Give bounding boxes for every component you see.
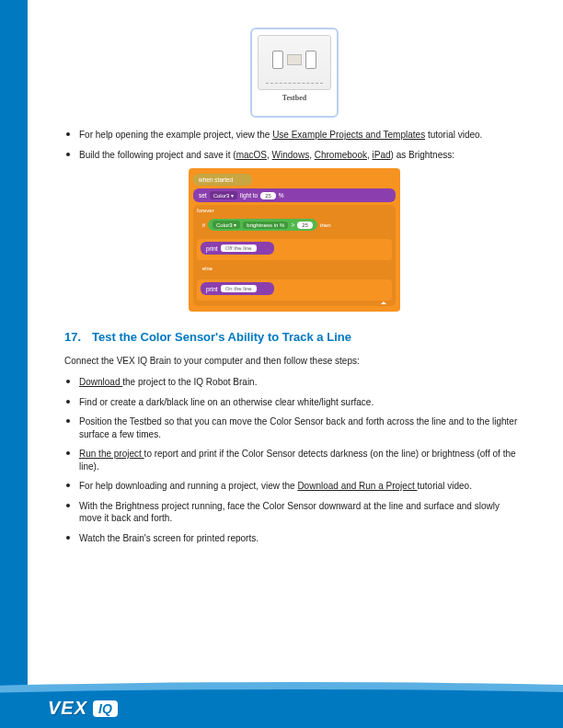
text: ) as Brightness: (391, 150, 454, 160)
bullet-item: For help downloading and running a proje… (64, 480, 524, 493)
bullet-item: Build the following project and save it … (64, 149, 524, 162)
bullet-item: For help opening the example project, vi… (64, 129, 524, 142)
bullet-item: Position the Testbed so that you can mov… (64, 415, 524, 440)
link-chromebook[interactable]: Chromebook (315, 150, 367, 160)
iq-badge: IQ (93, 700, 118, 717)
text: With the Brightness project running, fac… (79, 501, 500, 524)
bullet-item: Download the project to the IQ Robot Bra… (64, 376, 524, 389)
value-pill: 25 (260, 192, 276, 199)
page-content: Testbed For help opening the example pro… (64, 28, 524, 552)
link-macos[interactable]: macOS (236, 150, 267, 160)
testbed-thumbnail: Testbed (250, 28, 339, 118)
bullet-item: With the Brightness project running, fac… (64, 500, 524, 525)
block-code-image: when started set Color3 ▾ light to 25 % … (189, 168, 400, 312)
block-forever: forever if Color3 ▾ brightness in % > 25… (193, 205, 396, 306)
left-accent-stripe (0, 0, 28, 728)
text: to report and print if the Color Sensor … (79, 449, 516, 472)
bullet-list-1: For help opening the example project, vi… (64, 129, 524, 161)
brand-text: VEX (48, 698, 87, 719)
else-branch: print On the line (197, 279, 392, 301)
testbed-label: Testbed (252, 92, 337, 106)
text: For help opening the example project, vi… (79, 130, 272, 140)
condition: Color3 ▾ brightness in % > 25 (208, 219, 317, 231)
vex-logo: VEX IQ (48, 698, 118, 719)
section-heading: 17.Test the Color Sensor's Ability to Tr… (64, 330, 524, 344)
link-download[interactable]: Download (79, 377, 122, 387)
block-if: if Color3 ▾ brightness in % > 25 then (197, 216, 392, 233)
text: Build the following project and save it … (79, 150, 236, 160)
section-title: Test the Color Sensor's Ability to Track… (92, 330, 351, 344)
bullet-item: Run the project to report and print if t… (64, 448, 524, 472)
block-else: else (197, 263, 392, 274)
bullet-item: Find or create a dark/black line on an o… (64, 396, 524, 409)
text: For help downloading and running a proje… (79, 481, 297, 491)
link-run-project[interactable]: Run the project (79, 449, 144, 459)
bullet-item: Watch the Brain's screen for printed rep… (64, 532, 524, 545)
block-set-light: set Color3 ▾ light to 25 % (193, 188, 396, 202)
text: Find or create a dark/black line on an o… (79, 397, 373, 407)
link-use-example-projects[interactable]: Use Example Projects and Templates (272, 130, 425, 140)
text: tutorial video. (417, 481, 471, 491)
text: tutorial video. (425, 130, 482, 140)
then-branch: print Off the line (197, 239, 392, 260)
link-ipad[interactable]: iPad (373, 150, 391, 160)
block-print: print Off the line (201, 242, 274, 255)
testbed-drawing (258, 35, 331, 90)
bullet-list-2: Download the project to the IQ Robot Bra… (64, 376, 524, 544)
dropdown-sensor: Color3 ▾ (210, 191, 237, 199)
section-number: 17. (64, 330, 92, 344)
block-when-started: when started (193, 174, 252, 186)
text: Watch the Brain's screen for printed rep… (79, 533, 259, 543)
loop-footer (197, 301, 392, 306)
footer: VEX IQ (0, 677, 563, 728)
intro-paragraph: Connect the VEX IQ Brain to your compute… (64, 355, 524, 367)
block-print: print On the line (201, 282, 274, 295)
link-windows[interactable]: Windows (272, 150, 310, 160)
link-download-run-project[interactable]: Download and Run a Project (297, 481, 417, 491)
text: Position the Testbed so that you can mov… (79, 416, 517, 439)
text: the project to the IQ Robot Brain. (122, 377, 257, 387)
